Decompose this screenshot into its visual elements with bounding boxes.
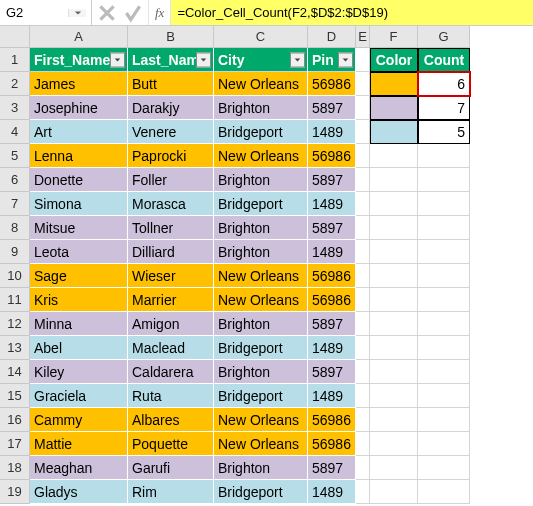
cell-first-6[interactable]: Donette — [30, 168, 128, 192]
cell-pin-13[interactable]: 1489 — [308, 336, 356, 360]
row-header-4[interactable]: 4 — [0, 120, 30, 144]
cell-E5[interactable] — [356, 144, 370, 168]
select-all-corner[interactable] — [0, 26, 30, 48]
cell-E4[interactable] — [356, 120, 370, 144]
cell-F14[interactable] — [370, 360, 418, 384]
cell-F7[interactable] — [370, 192, 418, 216]
cell-G6[interactable] — [418, 168, 470, 192]
cell-pin-11[interactable]: 56986 — [308, 288, 356, 312]
row-header-15[interactable]: 15 — [0, 384, 30, 408]
name-box[interactable] — [0, 5, 68, 20]
cell-E2[interactable] — [356, 72, 370, 96]
cell-last-8[interactable]: Tollner — [128, 216, 214, 240]
cell-first-10[interactable]: Sage — [30, 264, 128, 288]
cell-city-12[interactable]: Brighton — [214, 312, 308, 336]
cell-last-14[interactable]: Caldarera — [128, 360, 214, 384]
col-header-C[interactable]: C — [214, 26, 308, 48]
cell-E18[interactable] — [356, 456, 370, 480]
cell-E11[interactable] — [356, 288, 370, 312]
formula-input[interactable]: =Color_Cell_Count(F2,$D$2:$D$19) — [171, 0, 533, 25]
row-header-5[interactable]: 5 — [0, 144, 30, 168]
cell-E14[interactable] — [356, 360, 370, 384]
cell-pin-19[interactable]: 1489 — [308, 480, 356, 504]
cell-pin-9[interactable]: 1489 — [308, 240, 356, 264]
cell-first-19[interactable]: Gladys — [30, 480, 128, 504]
color-swatch-2[interactable] — [370, 72, 418, 96]
cell-city-6[interactable]: Brighton — [214, 168, 308, 192]
cell-pin-5[interactable]: 56986 — [308, 144, 356, 168]
cell-first-18[interactable]: Meaghan — [30, 456, 128, 480]
cell-city-15[interactable]: Bridgeport — [214, 384, 308, 408]
cell-first-3[interactable]: Josephine — [30, 96, 128, 120]
row-header-16[interactable]: 16 — [0, 408, 30, 432]
cell-G9[interactable] — [418, 240, 470, 264]
cell-G18[interactable] — [418, 456, 470, 480]
cell-E16[interactable] — [356, 408, 370, 432]
cell-F15[interactable] — [370, 384, 418, 408]
cell-city-13[interactable]: Bridgeport — [214, 336, 308, 360]
row-header-18[interactable]: 18 — [0, 456, 30, 480]
cell-city-3[interactable]: Brighton — [214, 96, 308, 120]
cell-first-2[interactable]: James — [30, 72, 128, 96]
col-header-G[interactable]: G — [418, 26, 470, 48]
cell-last-12[interactable]: Amigon — [128, 312, 214, 336]
cell-F19[interactable] — [370, 480, 418, 504]
cell-pin-7[interactable]: 1489 — [308, 192, 356, 216]
cell-F11[interactable] — [370, 288, 418, 312]
cell-last-16[interactable]: Albares — [128, 408, 214, 432]
cell-E1[interactable] — [356, 48, 370, 72]
cell-G17[interactable] — [418, 432, 470, 456]
cell-pin-4[interactable]: 1489 — [308, 120, 356, 144]
cell-pin-15[interactable]: 1489 — [308, 384, 356, 408]
cell-last-11[interactable]: Marrier — [128, 288, 214, 312]
row-header-7[interactable]: 7 — [0, 192, 30, 216]
cell-G5[interactable] — [418, 144, 470, 168]
cell-last-4[interactable]: Venere — [128, 120, 214, 144]
cell-E8[interactable] — [356, 216, 370, 240]
cell-F12[interactable] — [370, 312, 418, 336]
cell-F6[interactable] — [370, 168, 418, 192]
cell-city-16[interactable]: New Orleans — [214, 408, 308, 432]
cell-pin-10[interactable]: 56986 — [308, 264, 356, 288]
table-header-d[interactable]: Pin — [308, 48, 356, 72]
row-header-6[interactable]: 6 — [0, 168, 30, 192]
row-header-1[interactable]: 1 — [0, 48, 30, 72]
cell-city-4[interactable]: Bridgeport — [214, 120, 308, 144]
cell-first-13[interactable]: Abel — [30, 336, 128, 360]
row-header-9[interactable]: 9 — [0, 240, 30, 264]
cell-G19[interactable] — [418, 480, 470, 504]
cell-F9[interactable] — [370, 240, 418, 264]
cell-F5[interactable] — [370, 144, 418, 168]
cell-E17[interactable] — [356, 432, 370, 456]
cell-last-3[interactable]: Darakjy — [128, 96, 214, 120]
cell-first-9[interactable]: Leota — [30, 240, 128, 264]
cell-first-11[interactable]: Kris — [30, 288, 128, 312]
cell-pin-14[interactable]: 5897 — [308, 360, 356, 384]
cell-city-18[interactable]: Brighton — [214, 456, 308, 480]
row-header-8[interactable]: 8 — [0, 216, 30, 240]
cell-G8[interactable] — [418, 216, 470, 240]
cell-city-14[interactable]: Brighton — [214, 360, 308, 384]
cell-G16[interactable] — [418, 408, 470, 432]
cell-city-19[interactable]: Bridgeport — [214, 480, 308, 504]
filter-dropdown-button[interactable] — [110, 52, 125, 67]
cell-E12[interactable] — [356, 312, 370, 336]
cell-G14[interactable] — [418, 360, 470, 384]
cell-G12[interactable] — [418, 312, 470, 336]
cell-first-15[interactable]: Graciela — [30, 384, 128, 408]
cell-first-8[interactable]: Mitsue — [30, 216, 128, 240]
row-header-14[interactable]: 14 — [0, 360, 30, 384]
cell-pin-2[interactable]: 56986 — [308, 72, 356, 96]
cell-F8[interactable] — [370, 216, 418, 240]
cell-last-9[interactable]: Dilliard — [128, 240, 214, 264]
cell-F13[interactable] — [370, 336, 418, 360]
cell-F10[interactable] — [370, 264, 418, 288]
col-header-A[interactable]: A — [30, 26, 128, 48]
cell-first-17[interactable]: Mattie — [30, 432, 128, 456]
filter-dropdown-button[interactable] — [338, 52, 353, 67]
cell-E6[interactable] — [356, 168, 370, 192]
accept-formula-button[interactable] — [122, 2, 144, 24]
side-header-count[interactable]: Count — [418, 48, 470, 72]
cell-E10[interactable] — [356, 264, 370, 288]
cell-first-5[interactable]: Lenna — [30, 144, 128, 168]
